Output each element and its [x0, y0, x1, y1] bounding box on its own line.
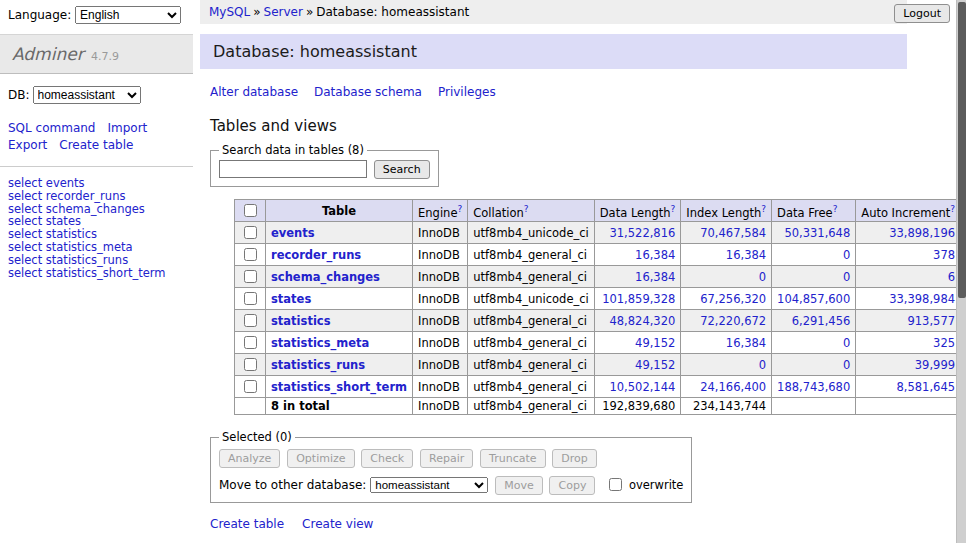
auto-increment-value[interactable]: 913,577: [907, 314, 955, 328]
data-free-value[interactable]: 0: [843, 358, 850, 372]
index-length-value[interactable]: 16,384: [726, 336, 766, 350]
index-length-value[interactable]: 24,166,400: [700, 380, 766, 394]
alter-database-link[interactable]: Alter database: [210, 85, 298, 99]
table-name-link[interactable]: events: [271, 226, 315, 240]
data-length-value[interactable]: 10,502,144: [609, 380, 675, 394]
drop-button[interactable]: Drop: [552, 449, 596, 468]
data-length-value[interactable]: 31,522,816: [609, 226, 675, 240]
auto-increment-value[interactable]: 33,398,984: [889, 292, 955, 306]
row-select-checkbox[interactable]: [244, 248, 257, 261]
engine-value: InnoDB: [418, 292, 460, 306]
import-link[interactable]: Import: [107, 121, 147, 135]
row-select-checkbox[interactable]: [244, 314, 257, 327]
index-length-value[interactable]: 70,467,584: [700, 226, 766, 240]
row-select-checkbox[interactable]: [244, 292, 257, 305]
db-select[interactable]: homeassistant: [33, 86, 141, 104]
row-check-cell: [235, 244, 266, 266]
collation-value: utf8mb4_unicode_ci: [473, 292, 589, 306]
overwrite-option[interactable]: overwrite: [605, 478, 683, 492]
cell-collation: utf8mb4_general_ci: [468, 310, 595, 332]
table-name-link[interactable]: statistics_runs: [271, 358, 365, 372]
cell-data-length: 49,152: [594, 354, 681, 376]
breadcrumb-mysql-link[interactable]: MySQL: [209, 5, 250, 19]
index-length-value[interactable]: 72,220,672: [700, 314, 766, 328]
table-name-link[interactable]: recorder_runs: [271, 248, 361, 262]
create-table-link-sidebar[interactable]: Create table: [59, 138, 133, 152]
sidebar-table-link[interactable]: select statistics_short_term: [8, 266, 165, 280]
sidebar-table-link-item: select statistics_short_term: [8, 267, 185, 280]
sql-command-link[interactable]: SQL command: [8, 121, 95, 135]
auto-increment-value[interactable]: 325: [933, 336, 955, 350]
data-length-value[interactable]: 48,824,320: [609, 314, 675, 328]
table-name-link[interactable]: states: [271, 292, 311, 306]
language-select[interactable]: English: [75, 6, 181, 24]
data-free-value[interactable]: 0: [843, 270, 850, 284]
data-length-value[interactable]: 16,384: [635, 248, 675, 262]
engine-help-link[interactable]: ?: [457, 204, 462, 214]
index-length-value[interactable]: 67,256,320: [700, 292, 766, 306]
row-select-checkbox[interactable]: [244, 270, 257, 283]
cell-data-free: 6,291,456: [772, 310, 856, 332]
move-db-select[interactable]: homeassistant: [370, 477, 488, 493]
index-length-value[interactable]: 0: [759, 358, 766, 372]
row-select-checkbox[interactable]: [244, 336, 257, 349]
search-button[interactable]: Search: [374, 160, 430, 179]
data-free-value[interactable]: 50,331,648: [784, 226, 850, 240]
data-length-value[interactable]: 101,859,328: [602, 292, 675, 306]
truncate-button[interactable]: Truncate: [480, 449, 545, 468]
repair-button[interactable]: Repair: [420, 449, 473, 468]
table-row: statistics_runsInnoDButf8mb4_general_ci4…: [235, 354, 966, 376]
scrollbar-thumb[interactable]: [958, 2, 966, 298]
auto-increment-value[interactable]: 378: [933, 248, 955, 262]
create-table-link[interactable]: Create table: [210, 517, 284, 531]
auto-increment-value[interactable]: 39,999: [915, 358, 955, 372]
analyze-button[interactable]: Analyze: [219, 449, 280, 468]
data-length-value[interactable]: 49,152: [635, 336, 675, 350]
auto-increment-value[interactable]: 8,581,645: [897, 380, 956, 394]
auto-increment-help-link[interactable]: ?: [950, 204, 955, 214]
breadcrumb-server-link[interactable]: Server: [264, 5, 303, 19]
search-input[interactable]: [219, 160, 367, 178]
cell-auto-increment: 8,581,645: [856, 376, 961, 398]
data-length-value[interactable]: 49,152: [635, 358, 675, 372]
index-length-help-link[interactable]: ?: [761, 204, 766, 214]
table-name-link[interactable]: schema_changes: [271, 270, 380, 284]
logout-button[interactable]: Logout: [894, 4, 950, 23]
row-select-checkbox[interactable]: [244, 226, 257, 239]
check-button[interactable]: Check: [361, 449, 413, 468]
table-name-link[interactable]: statistics_short_term: [271, 380, 407, 394]
data-free-value[interactable]: 0: [843, 248, 850, 262]
auto-increment-value[interactable]: 6: [948, 270, 955, 284]
table-name-link[interactable]: statistics: [271, 314, 331, 328]
breadcrumb-bar: MySQL»Server»Database: homeassistant: [200, 0, 907, 24]
data-length-help-link[interactable]: ?: [671, 204, 676, 214]
create-view-link[interactable]: Create view: [302, 517, 373, 531]
optimize-button[interactable]: Optimize: [287, 449, 354, 468]
select-all-checkbox[interactable]: [244, 204, 257, 217]
cell-engine: InnoDB: [413, 332, 468, 354]
collation-help-link[interactable]: ?: [524, 204, 529, 214]
data-free-value[interactable]: 0: [843, 336, 850, 350]
data-free-help-link[interactable]: ?: [833, 204, 838, 214]
index-length-value[interactable]: 16,384: [726, 248, 766, 262]
scrollbar[interactable]: [956, 0, 966, 543]
cell-collation: utf8mb4_general_ci: [468, 332, 595, 354]
row-select-checkbox[interactable]: [244, 380, 257, 393]
cell-data-free: 0: [772, 266, 856, 288]
header-table: Table: [266, 200, 413, 222]
auto-increment-value[interactable]: 33,898,196: [889, 226, 955, 240]
copy-button[interactable]: Copy: [549, 476, 595, 495]
index-length-value[interactable]: 0: [759, 270, 766, 284]
privileges-link[interactable]: Privileges: [438, 85, 496, 99]
export-link[interactable]: Export: [8, 138, 47, 152]
data-free-value[interactable]: 6,291,456: [792, 314, 851, 328]
row-select-checkbox[interactable]: [244, 358, 257, 371]
data-length-value[interactable]: 16,384: [635, 270, 675, 284]
engine-value: InnoDB: [418, 248, 460, 262]
data-free-value[interactable]: 188,743,680: [777, 380, 850, 394]
database-schema-link[interactable]: Database schema: [314, 85, 422, 99]
move-button[interactable]: Move: [495, 476, 543, 495]
data-free-value[interactable]: 104,857,600: [777, 292, 850, 306]
overwrite-checkbox[interactable]: [609, 478, 622, 491]
table-name-link[interactable]: statistics_meta: [271, 336, 369, 350]
